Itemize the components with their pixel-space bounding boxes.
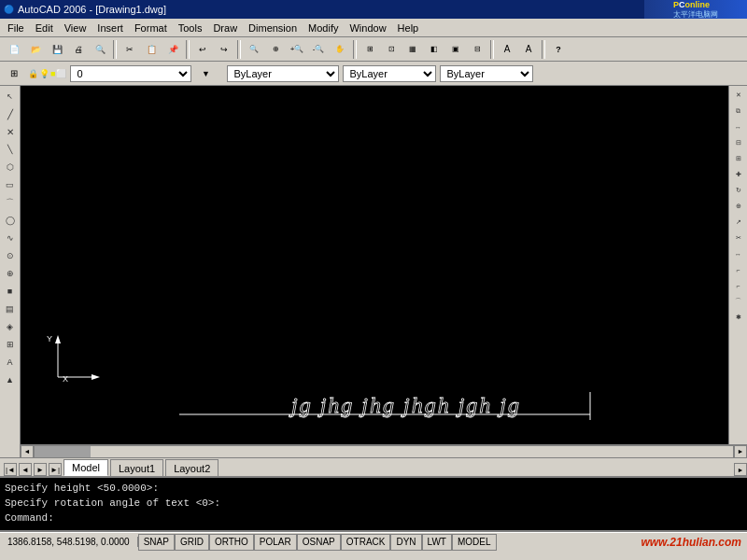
redo-btn[interactable]: ↪ (214, 39, 234, 60)
dyn-btn[interactable]: DYN (390, 534, 421, 551)
zoomout-btn[interactable]: -🔍 (308, 39, 329, 60)
paste-btn[interactable]: 📌 (162, 39, 183, 60)
grid-btn[interactable]: GRID (175, 534, 209, 551)
trim-btn[interactable]: ✂ (731, 231, 746, 245)
spline-btn[interactable]: ∿ (2, 230, 19, 246)
text-btn[interactable]: A (2, 354, 19, 371)
toolbar-btn1[interactable]: ⊞ (359, 39, 380, 60)
array-btn[interactable]: ⊞ (731, 151, 746, 166)
arc-btn[interactable]: ⌒ (2, 194, 19, 211)
table-btn[interactable]: ⊞ (2, 336, 19, 353)
block-btn[interactable]: ■ (2, 283, 19, 300)
rotate-btn[interactable]: ↻ (731, 183, 746, 198)
pline-btn[interactable]: ╲ (2, 141, 19, 158)
ortho-btn[interactable]: ORTHO (209, 534, 254, 551)
menu-view[interactable]: View (59, 21, 92, 35)
print-btn[interactable]: 🖨 (68, 39, 89, 60)
ellipse-btn[interactable]: ⊙ (2, 247, 19, 264)
open-btn[interactable]: 📂 (25, 39, 46, 60)
menu-edit[interactable]: Edit (30, 21, 59, 35)
model-btn[interactable]: MODEL (452, 534, 497, 551)
pick-btn[interactable]: ↖ (2, 88, 19, 105)
toolbar-btn8[interactable]: A (518, 39, 539, 60)
watermark: www.21hulian.com (641, 536, 747, 549)
preview-btn[interactable]: 🔍 (90, 39, 110, 60)
snap-btn[interactable]: SNAP (138, 534, 175, 551)
toolbar-btn7[interactable]: A (497, 39, 517, 60)
tolerance-btn[interactable]: ▲ (2, 371, 19, 388)
toolbar-btn3[interactable]: ▦ (402, 39, 423, 60)
tab-scroll-prev-btn[interactable]: ◄ (19, 463, 32, 476)
zoomin-btn[interactable]: +🔍 (287, 39, 307, 60)
menu-insert[interactable]: Insert (92, 21, 129, 35)
polygon-btn[interactable]: ⬡ (2, 159, 19, 175)
tab-scroll-next-btn[interactable]: ► (34, 463, 47, 476)
zoomall-btn[interactable]: ⊕ (265, 39, 286, 60)
menu-window[interactable]: Window (344, 21, 391, 35)
scroll-right-btn[interactable]: ► (734, 445, 747, 458)
sep3 (237, 40, 241, 59)
region-btn[interactable]: ◈ (2, 318, 19, 335)
pan-btn[interactable]: ✋ (330, 39, 350, 60)
tab-model[interactable]: Model (63, 459, 108, 476)
toolbar-btn4[interactable]: ◧ (424, 39, 444, 60)
save-btn[interactable]: 💾 (47, 39, 67, 60)
drawing-canvas[interactable]: jg jhg jhg jhgh jgh jg (21, 86, 728, 444)
stretch-btn[interactable]: ↗ (731, 215, 746, 230)
layer-dropdown[interactable]: 0 (70, 65, 191, 82)
linetype-dropdown[interactable]: ByLayer (343, 65, 436, 82)
undo-btn[interactable]: ↩ (192, 39, 213, 60)
menu-help[interactable]: Help (392, 21, 425, 35)
toolbar-btn5[interactable]: ▣ (445, 39, 466, 60)
xline-btn[interactable]: ✕ (2, 123, 19, 140)
scale-btn[interactable]: ⊕ (731, 199, 746, 214)
toolbar-btn6[interactable]: ⊟ (467, 39, 487, 60)
copy-btn[interactable]: 📋 (141, 39, 162, 60)
menu-file[interactable]: File (2, 21, 30, 35)
logo-area: PConline太平洋电脑网 (644, 0, 747, 19)
lineweight-dropdown[interactable]: ByLayer (440, 65, 533, 82)
explode-btn[interactable]: ✱ (731, 310, 746, 325)
cut-btn[interactable]: ✂ (120, 39, 140, 60)
menu-modify[interactable]: Modify (303, 21, 344, 35)
rect-btn[interactable]: ▭ (2, 176, 19, 193)
tab-layout1[interactable]: Layout1 (110, 459, 163, 476)
osnap-btn[interactable]: OSNAP (297, 534, 341, 551)
extend-btn[interactable]: ↔ (731, 246, 746, 261)
menu-draw[interactable]: Draw (207, 21, 243, 35)
scroll-left-btn[interactable]: ◄ (21, 445, 34, 458)
tab-scroll-last-btn[interactable]: ►| (49, 463, 62, 476)
layer-state-btn[interactable]: ▼ (195, 63, 216, 84)
help-btn[interactable]: ? (548, 39, 569, 60)
move-btn[interactable]: ✚ (731, 167, 746, 182)
mirror-btn[interactable]: ↔ (731, 119, 746, 134)
fillet-btn[interactable]: ⌒ (731, 294, 746, 309)
title-text: AutoCAD 2006 - [Drawing1.dwg] (18, 4, 166, 15)
otrack-btn[interactable]: OTRACK (341, 534, 391, 551)
hatch-btn[interactable]: ▤ (2, 301, 19, 317)
break-btn[interactable]: ⌐ (731, 262, 746, 277)
insert-btn[interactable]: ⊕ (2, 265, 19, 282)
menu-dimension[interactable]: Dimension (243, 21, 303, 35)
layout-scroll-right-btn[interactable]: ► (734, 463, 747, 476)
circle-btn[interactable]: ◯ (2, 212, 19, 229)
layer-props-btn[interactable]: ⊞ (4, 63, 24, 84)
line-btn[interactable]: ╱ (2, 105, 19, 122)
h-scrollbar[interactable]: ◄ ► (21, 444, 747, 457)
offset-btn[interactable]: ⊟ (731, 135, 746, 150)
zoom-btn[interactable]: 🔍 (244, 39, 264, 60)
toolbar-btn2[interactable]: ⊡ (381, 39, 402, 60)
title-bar: 🔵 AutoCAD 2006 - [Drawing1.dwg] PConline… (0, 0, 747, 19)
polar-btn[interactable]: POLAR (254, 534, 297, 551)
menu-tools[interactable]: Tools (173, 21, 208, 35)
menu-format[interactable]: Format (129, 21, 173, 35)
chamfer-btn[interactable]: ⌐ (731, 278, 746, 293)
erase-btn[interactable]: ✕ (731, 88, 746, 103)
command-area[interactable]: Specify height <50.0000>: Specify rotati… (0, 476, 747, 532)
tab-scroll-first-btn[interactable]: |◄ (4, 463, 17, 476)
copy-obj-btn[interactable]: ⧉ (731, 104, 746, 119)
color-dropdown[interactable]: ByLayer (227, 65, 339, 82)
tab-layout2[interactable]: Layout2 (165, 459, 218, 476)
lwt-btn[interactable]: LWT (422, 534, 452, 551)
new-btn[interactable]: 📄 (4, 39, 24, 60)
